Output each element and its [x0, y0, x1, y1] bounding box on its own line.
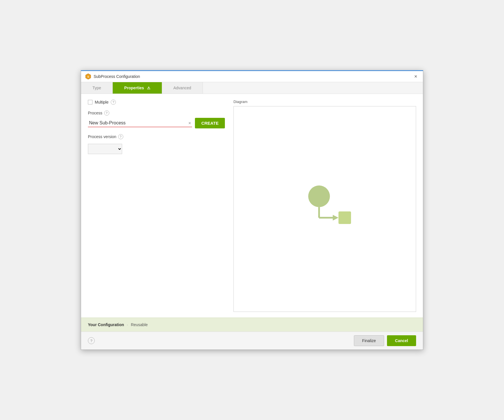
- footer-config-value: Reusable: [131, 322, 148, 327]
- action-bar: ? Finalize Cancel: [81, 332, 423, 350]
- diagram-box: [233, 106, 416, 312]
- diagram-svg: [296, 181, 353, 238]
- diagram-label: Diagram: [233, 100, 416, 104]
- create-button[interactable]: CREATE: [195, 118, 225, 128]
- process-label-row: Process ?: [88, 110, 225, 116]
- tab-properties[interactable]: Properties ⚠: [113, 82, 162, 94]
- process-input[interactable]: [88, 119, 192, 127]
- multiple-field-row: Multiple ?: [88, 100, 225, 105]
- footer-config-separator: ·: [127, 322, 128, 327]
- tabs-bar: Type Properties ⚠ Advanced: [81, 82, 423, 94]
- close-button[interactable]: ×: [412, 73, 419, 80]
- process-version-help-icon[interactable]: ?: [118, 134, 123, 139]
- footer-config-title: Your Configuration: [88, 322, 124, 327]
- process-version-label: Process version: [88, 134, 116, 139]
- multiple-help-icon[interactable]: ?: [111, 100, 116, 105]
- tab-type[interactable]: Type: [81, 82, 113, 94]
- diagram-start-circle: [308, 185, 330, 207]
- process-input-row: × CREATE: [88, 118, 225, 128]
- multiple-checkbox[interactable]: [88, 100, 92, 104]
- process-version-section: Process version ?: [88, 134, 225, 154]
- left-panel: Multiple ? Process ? × CREATE: [88, 100, 225, 312]
- subprocess-configuration-dialog: S SubProcess Configuration × Type Proper…: [81, 70, 423, 350]
- process-help-icon[interactable]: ?: [104, 110, 109, 116]
- help-circle-button[interactable]: ?: [88, 337, 95, 344]
- process-label: Process: [88, 111, 102, 115]
- process-input-wrapper: ×: [88, 119, 192, 127]
- multiple-label: Multiple: [95, 100, 108, 104]
- right-panel: Diagram: [233, 100, 416, 312]
- process-version-select[interactable]: [88, 144, 122, 154]
- cancel-button[interactable]: Cancel: [387, 335, 416, 346]
- diagram-arrow-head: [333, 215, 338, 221]
- main-content: Multiple ? Process ? × CREATE: [81, 94, 423, 318]
- tab-advanced[interactable]: Advanced: [162, 82, 203, 94]
- title-bar: S SubProcess Configuration ×: [81, 71, 423, 82]
- svg-text:S: S: [87, 75, 89, 78]
- diagram-task-rect: [338, 211, 351, 224]
- dialog-title: SubProcess Configuration: [94, 74, 140, 79]
- footer-configuration: Your Configuration · Reusable: [81, 318, 423, 332]
- process-section: Process ? × CREATE: [88, 110, 225, 128]
- finalize-button[interactable]: Finalize: [354, 335, 384, 346]
- process-version-label-row: Process version ?: [88, 134, 225, 139]
- title-bar-left: S SubProcess Configuration: [85, 73, 140, 80]
- clear-process-button[interactable]: ×: [188, 121, 191, 126]
- properties-warning-icon: ⚠: [147, 86, 150, 90]
- action-buttons: Finalize Cancel: [354, 335, 416, 346]
- app-icon: S: [85, 73, 91, 80]
